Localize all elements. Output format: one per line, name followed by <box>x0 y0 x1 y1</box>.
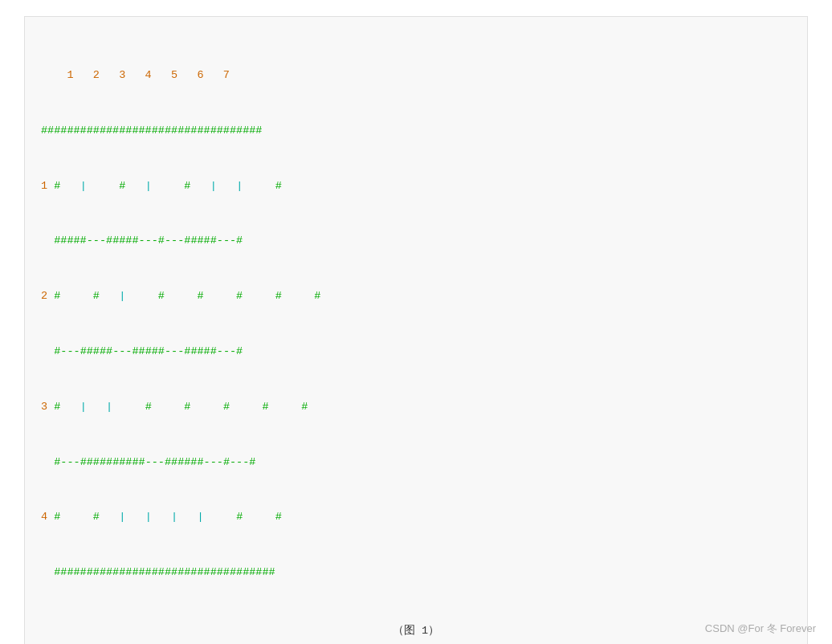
row1-main: 1 # | # | # | | # <box>41 177 791 196</box>
diagram-caption: （图 1） <box>41 622 791 641</box>
row2-main: 2 # # | # # # # # <box>41 287 791 306</box>
row1-top: ################################## <box>41 122 791 141</box>
row1-bottom: #####---#####---#---#####---# <box>41 232 791 251</box>
row3-bottom: #---##########---######---#---# <box>41 454 791 472</box>
page-container: 1 2 3 4 5 6 7 ##########################… <box>0 0 832 644</box>
row4-main: 4 # # | | | | # # <box>41 508 791 527</box>
watermark: CSDN @For 冬 Forever <box>705 622 816 636</box>
row3-main: 3 # | | # # # # # <box>41 398 791 417</box>
diagram-block: 1 2 3 4 5 6 7 ##########################… <box>24 16 808 644</box>
row2-bottom: #---#####---#####---#####---# <box>41 343 791 361</box>
col-header: 1 2 3 4 5 6 7 <box>41 67 791 85</box>
row4-bottom: ################################## <box>41 564 791 582</box>
